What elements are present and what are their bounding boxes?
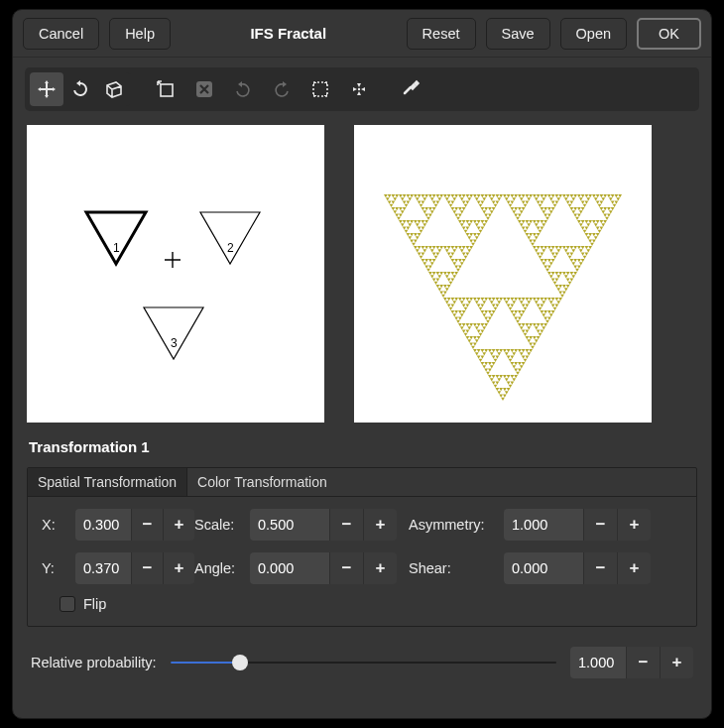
- probability-spinbox[interactable]: − +: [570, 647, 693, 678]
- recenter-icon[interactable]: [342, 72, 376, 106]
- asymmetry-input[interactable]: [504, 509, 583, 541]
- scale-input[interactable]: [250, 509, 329, 541]
- svg-marker-373: [611, 201, 615, 204]
- svg-marker-695: [529, 349, 533, 352]
- new-transform-icon[interactable]: [149, 72, 182, 106]
- shear-input[interactable]: [504, 552, 583, 584]
- svg-marker-383: [607, 214, 611, 217]
- svg-marker-382: [603, 214, 607, 217]
- svg-marker-714: [497, 378, 501, 381]
- shear-decrement-button[interactable]: −: [583, 552, 617, 584]
- svg-marker-180: [430, 249, 434, 252]
- x-spinbox[interactable]: − +: [75, 509, 194, 541]
- x-input[interactable]: [75, 509, 131, 541]
- y-decrement-button[interactable]: −: [131, 552, 163, 584]
- svg-marker-108: [452, 210, 456, 213]
- svg-marker-278: [537, 194, 541, 197]
- svg-marker-359: [596, 194, 600, 197]
- svg-marker-385: [577, 220, 581, 223]
- tab-spatial[interactable]: Spatial Transformation: [28, 468, 187, 496]
- save-button[interactable]: Save: [486, 18, 550, 50]
- stretch-tool-icon[interactable]: [97, 72, 131, 106]
- probability-input[interactable]: [570, 647, 626, 678]
- svg-marker-560: [484, 323, 488, 326]
- flip-checkbox[interactable]: [60, 596, 75, 612]
- svg-marker-297: [542, 210, 545, 213]
- options-icon[interactable]: [394, 72, 427, 106]
- rotate-tool-icon[interactable]: [63, 72, 97, 106]
- asymmetry-increment-button[interactable]: +: [617, 509, 651, 541]
- asymmetry-decrement-button[interactable]: −: [583, 509, 617, 541]
- svg-marker-302: [547, 214, 551, 217]
- shear-increment-button[interactable]: +: [617, 552, 651, 584]
- svg-marker-545: [488, 317, 492, 320]
- y-increment-button[interactable]: +: [163, 552, 194, 584]
- svg-marker-527: [481, 304, 485, 307]
- svg-marker-609: [539, 307, 543, 310]
- help-button[interactable]: Help: [109, 18, 171, 50]
- svg-marker-390: [586, 223, 590, 226]
- svg-marker-307: [526, 220, 530, 223]
- select-all-icon[interactable]: [303, 72, 337, 106]
- section-title: Transformation 1: [25, 432, 699, 457]
- scale-spinbox[interactable]: − +: [250, 509, 409, 541]
- svg-marker-135: [482, 210, 486, 213]
- x-decrement-button[interactable]: −: [131, 509, 163, 541]
- scale-decrement-button[interactable]: −: [329, 509, 363, 541]
- reset-button[interactable]: Reset: [407, 18, 476, 50]
- scale-increment-button[interactable]: +: [363, 509, 397, 541]
- svg-marker-223: [428, 272, 432, 275]
- svg-marker-83: [418, 233, 422, 236]
- svg-marker-21: [408, 197, 412, 200]
- svg-marker-348: [583, 204, 587, 207]
- svg-marker-400: [596, 227, 600, 230]
- asymmetry-spinbox[interactable]: − +: [504, 509, 663, 541]
- tab-color[interactable]: Color Transformation: [187, 468, 337, 496]
- svg-marker-683: [507, 349, 511, 352]
- probability-slider[interactable]: [171, 653, 556, 672]
- svg-marker-690: [509, 359, 513, 362]
- svg-marker-552: [467, 326, 471, 329]
- svg-marker-262: [526, 194, 530, 197]
- svg-marker-594: [512, 313, 516, 316]
- svg-marker-519: [456, 320, 460, 323]
- svg-marker-504: [460, 301, 464, 303]
- svg-marker-200: [454, 246, 458, 249]
- probability-decrement-button[interactable]: −: [626, 647, 660, 678]
- svg-marker-13: [388, 201, 392, 204]
- probability-increment-button[interactable]: +: [660, 647, 693, 678]
- svg-rect-0: [161, 84, 173, 96]
- angle-increment-button[interactable]: +: [363, 552, 397, 584]
- svg-marker-482: [570, 279, 574, 282]
- open-button[interactable]: Open: [560, 18, 627, 50]
- svg-marker-615: [556, 301, 560, 303]
- svg-marker-509: [466, 304, 470, 307]
- svg-marker-38: [424, 194, 428, 197]
- shear-spinbox[interactable]: − +: [504, 552, 663, 584]
- svg-marker-691: [518, 349, 522, 352]
- svg-marker-451: [585, 246, 589, 249]
- svg-marker-150: [464, 230, 468, 233]
- svg-marker-363: [601, 197, 605, 200]
- angle-input[interactable]: [250, 552, 329, 584]
- svg-marker-662: [481, 356, 485, 359]
- y-input[interactable]: [75, 552, 131, 584]
- svg-marker-14: [392, 201, 396, 204]
- svg-marker-706: [514, 369, 518, 372]
- svg-marker-627: [545, 320, 549, 323]
- x-increment-button[interactable]: +: [163, 509, 194, 541]
- svg-marker-336: [571, 197, 575, 200]
- cancel-button[interactable]: Cancel: [23, 18, 99, 50]
- ok-button[interactable]: OK: [637, 18, 701, 50]
- angle-spinbox[interactable]: − +: [250, 552, 409, 584]
- svg-marker-533: [499, 298, 503, 301]
- angle-decrement-button[interactable]: −: [329, 552, 363, 584]
- svg-marker-536: [496, 304, 500, 307]
- svg-marker-350: [573, 207, 577, 210]
- svg-marker-74: [424, 220, 428, 223]
- svg-marker-47: [439, 194, 443, 197]
- y-spinbox[interactable]: − +: [75, 552, 194, 584]
- design-canvas[interactable]: 1 2 3: [27, 125, 324, 423]
- move-tool-icon[interactable]: [30, 72, 63, 106]
- svg-marker-430: [541, 259, 544, 262]
